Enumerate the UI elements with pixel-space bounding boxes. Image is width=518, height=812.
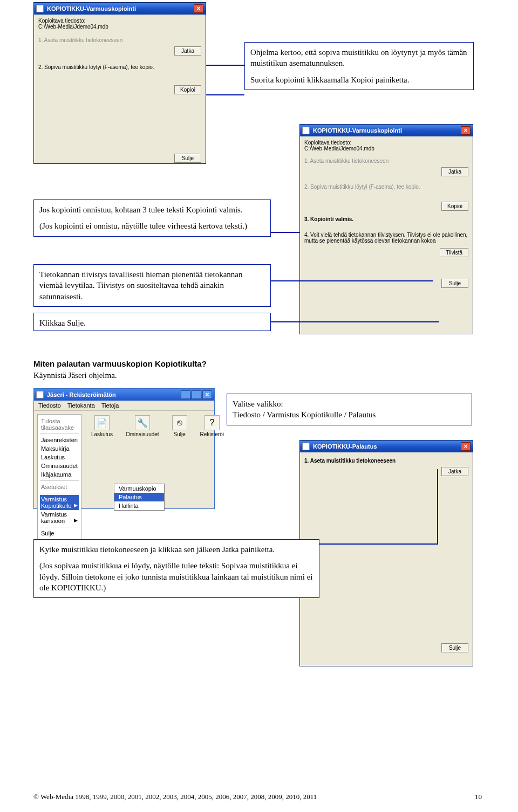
file-path: C:\Web-Media\Jdemo04.mdb xyxy=(38,24,201,30)
connector-line xyxy=(271,280,433,281)
connector-line xyxy=(206,65,244,66)
sidebar: Tulosta tilausaavake Jäsenrekisteri Maks… xyxy=(37,414,81,540)
sidebar-group-label: Asetukset xyxy=(40,483,79,491)
kopioi-button[interactable]: Kopioi xyxy=(174,85,201,94)
file-path: C:\Web-Media\Jdemo04.mdb xyxy=(304,146,468,152)
file-label: Kopioitava tiedosto: xyxy=(304,140,468,146)
titlebar: KOPIOTIKKU-Varmuuskopiointi × xyxy=(300,125,473,136)
connector-line xyxy=(271,321,439,322)
note-kytke-muistitikku: Kytke muistitikku tietokoneeseen ja klik… xyxy=(33,539,319,598)
minimize-icon[interactable] xyxy=(181,390,190,399)
dialog-kopiotikku-2: KOPIOTIKKU-Varmuuskopiointi × Kopioitava… xyxy=(299,124,473,334)
file-label: Kopioitava tiedosto: xyxy=(38,18,201,24)
note-sulje: Klikkaa Sulje. xyxy=(33,313,271,331)
step-1: 1. Aseta muistitikku tietokoneeseen xyxy=(304,458,468,464)
note-tiivistys: Tietokannan tiivistys tavallisesti hiema… xyxy=(33,264,271,307)
note-kopiointi-onnistuu: Jos kopiointi onnistuu, kohtaan 3 tulee … xyxy=(33,199,271,237)
dialog-kopiotikku-1: KOPIOTIKKU-Varmuuskopiointi × Kopioitava… xyxy=(33,2,206,164)
window-title: KOPIOTIKKU-Palautus xyxy=(313,443,461,450)
wrench-icon: 🔧 xyxy=(135,415,150,430)
connector-line xyxy=(206,94,244,95)
sidebar-item[interactable]: Laskutus xyxy=(40,453,79,462)
tiivista-button[interactable]: Tiivistä xyxy=(440,248,468,257)
step-1: 1. Aseta muistitikku tietokoneeseen xyxy=(38,37,201,43)
close-icon[interactable]: × xyxy=(194,4,203,13)
note-text: Jos kopiointi onnistuu, kohtaan 3 tulee … xyxy=(39,204,265,215)
sidebar-group-label: Tulosta tilausaavake xyxy=(40,417,79,432)
submenu-varmistus: Varmuuskopio Palautus Hallinta xyxy=(114,484,165,511)
app-icon xyxy=(36,5,44,12)
sidebar-item-sulje[interactable]: Sulje xyxy=(40,529,79,538)
app-icon xyxy=(302,443,310,450)
note-text: (Jos kopiointi ei onnistu, näytölle tule… xyxy=(39,221,265,231)
doc-icon: 📄 xyxy=(94,415,110,430)
menubar: Tiedosto Tietokanta Tietoja xyxy=(34,401,214,411)
menu-tiedosto[interactable]: Tiedosto xyxy=(38,402,61,409)
jatka-button[interactable]: Jatka xyxy=(174,46,201,56)
note-text: Ohjelma kertoo, että sopiva muistitikku … xyxy=(250,47,468,69)
chevron-right-icon: ▶ xyxy=(74,518,78,523)
titlebar: KOPIOTIKKU-Palautus × xyxy=(300,441,473,452)
close-icon[interactable]: × xyxy=(461,126,471,135)
submenu-item-palautus[interactable]: Palautus xyxy=(114,493,164,501)
note-text: (Jos sopivaa muistitikkua ei löydy, näyt… xyxy=(39,560,313,593)
step-2: 2. Sopiva muistitikku löytyi (F-asema), … xyxy=(304,184,468,190)
window-title: KOPIOTIKKU-Varmuuskopiointi xyxy=(47,5,194,12)
note-text: Tietokannan tiivistys tavallisesti hiema… xyxy=(39,269,265,302)
note-text: Tiedosto / Varmistus Kopiotikulle / Pala… xyxy=(233,409,466,420)
jatka-button[interactable]: Jatka xyxy=(441,467,468,476)
maximize-icon[interactable] xyxy=(192,390,201,399)
sidebar-item[interactable]: Maksukirja xyxy=(40,444,79,453)
section-heading: Miten palautan varmuuskopion Kopiotikult… xyxy=(33,359,207,368)
note-text: Klikkaa Sulje. xyxy=(39,318,265,328)
connector-line xyxy=(271,232,299,233)
jaseri-window: Jäseri - Rekisteröimätön × Tiedosto Tiet… xyxy=(33,388,215,509)
close-icon[interactable]: × xyxy=(202,390,212,399)
window-title: Jäseri - Rekisteröimätön xyxy=(47,391,181,398)
titlebar: Jäseri - Rekisteröimätön × xyxy=(34,389,214,401)
note-valitse-valikko: Valitse valikko: Tiedosto / Varmistus Ko… xyxy=(227,394,472,425)
sulje-button[interactable]: Sulje xyxy=(441,643,468,652)
note-text: Kytke muistitikku tietokoneeseen ja klik… xyxy=(39,544,313,555)
sidebar-item-varmistus-kansioon[interactable]: Varmistus kansioon▶ xyxy=(40,510,79,525)
app-icon xyxy=(302,127,310,134)
menu-tietokanta[interactable]: Tietokanta xyxy=(67,402,95,409)
dialog-kopiotikku-palautus: KOPIOTIKKU-Palautus × 1. Aseta muistitik… xyxy=(299,440,473,666)
jatka-button[interactable]: Jatka xyxy=(441,167,468,176)
step-4: 4. Voit vielä tehdä tietokannan tiivisty… xyxy=(304,232,468,244)
app-icon xyxy=(36,391,44,398)
toolbar-rekisteroi[interactable]: ?Rekisteröi xyxy=(200,415,224,437)
window-title: KOPIOTIKKU-Varmuuskopiointi xyxy=(313,127,461,134)
chevron-right-icon: ▶ xyxy=(74,503,78,508)
kopioi-button[interactable]: Kopioi xyxy=(441,202,468,211)
submenu-item-varmuuskopio[interactable]: Varmuuskopio xyxy=(114,484,164,493)
sulje-button[interactable]: Sulje xyxy=(441,279,468,288)
close-icon[interactable]: × xyxy=(461,442,471,451)
help-icon: ? xyxy=(205,415,220,430)
exit-icon: ⎋ xyxy=(172,415,187,430)
step-3: 3. Kopiointi valmis. xyxy=(304,216,468,222)
note-text: Valitse valikko: xyxy=(233,398,466,409)
titlebar: KOPIOTIKKU-Varmuuskopiointi × xyxy=(34,3,206,15)
sulje-button[interactable]: Sulje xyxy=(174,154,201,163)
note-text: Suorita kopiointi klikkaamalla Kopioi pa… xyxy=(250,74,468,85)
sidebar-item-varmistus-kopiotikulle[interactable]: Varmistus Kopiotikulle▶ xyxy=(40,495,79,510)
connector-line xyxy=(437,469,438,545)
sidebar-item[interactable]: Ominaisuudet xyxy=(40,462,79,470)
sidebar-item[interactable]: Jäsenrekisteri xyxy=(40,436,79,444)
submenu-item-hallinta[interactable]: Hallinta xyxy=(114,501,164,510)
toolbar-ominaisuudet[interactable]: 🔧Ominaisuudet xyxy=(126,415,159,437)
step-2: 2. Sopiva muistitikku löytyi (F-asema), … xyxy=(38,64,201,70)
page-number: 10 xyxy=(475,793,482,801)
connector-line xyxy=(319,543,438,545)
footer-copyright: © Web-Media 1998, 1999, 2000, 2001, 2002… xyxy=(33,793,317,801)
menu-tietoja[interactable]: Tietoja xyxy=(101,402,119,409)
toolbar-laskutus[interactable]: 📄Laskutus xyxy=(91,415,113,437)
toolbar-sulje[interactable]: ⎋Sulje xyxy=(172,415,187,437)
section-body: Käynnistä Jäseri ohjelma. xyxy=(33,371,117,380)
sidebar-item[interactable]: Ikäjakauma xyxy=(40,470,79,479)
step-1: 1. Aseta muistitikku tietokoneeseen xyxy=(304,158,468,164)
note-kopioi: Ohjelma kertoo, että sopiva muistitikku … xyxy=(244,42,474,90)
